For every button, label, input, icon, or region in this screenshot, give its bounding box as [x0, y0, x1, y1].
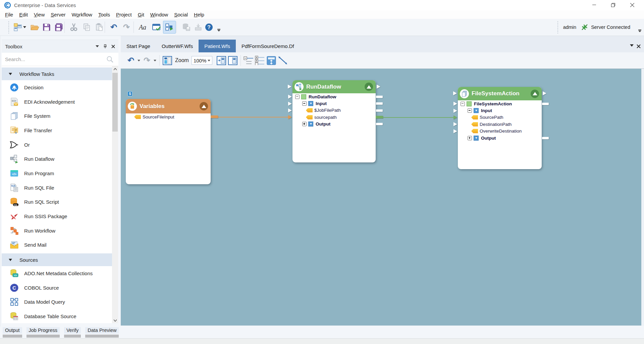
toolbox-item-or[interactable]: Or — [2, 138, 112, 152]
output-port[interactable] — [211, 115, 218, 118]
copy-icon[interactable] — [80, 21, 93, 34]
canvas-scrollbar[interactable] — [641, 69, 644, 326]
toolbox-item-run-program[interactable]: </>Run Program — [2, 166, 112, 181]
toolbox-section-sources[interactable]: Sources — [2, 253, 112, 266]
tree-expander-minus[interactable] — [461, 102, 465, 106]
input-port[interactable] — [288, 95, 292, 99]
bottom-tab-verify[interactable]: Verify — [64, 327, 81, 338]
menu-git[interactable]: Git — [135, 11, 147, 18]
node-collapse-button[interactable] — [531, 90, 539, 98]
expand-tree-icon[interactable] — [254, 55, 266, 66]
node-header[interactable]: FileSystemAction — [458, 87, 542, 100]
close-button[interactable] — [625, 0, 640, 10]
document-tab-outterwf-wfs[interactable]: OutterWF.Wfs — [156, 40, 199, 53]
menu-window[interactable]: Window — [147, 11, 171, 18]
cut-icon[interactable] — [67, 21, 80, 34]
toolbox-scrollbar[interactable] — [112, 66, 118, 323]
input-port[interactable] — [453, 122, 457, 126]
bottom-tab-data-preview[interactable]: Data Preview — [85, 327, 119, 338]
output-port[interactable] — [376, 109, 383, 112]
toolbox-section-workflow-tasks[interactable]: Workflow Tasks — [2, 67, 112, 80]
collapse-tree-icon[interactable] — [243, 55, 254, 66]
tree-expander-plus[interactable] — [302, 122, 307, 126]
toolbox-item-file-transfer[interactable]: File Transfer — [2, 123, 112, 138]
connection-line[interactable] — [383, 117, 453, 118]
expand-all-window-icon[interactable] — [216, 55, 227, 66]
canvas-undo-icon[interactable]: ↶ — [125, 55, 137, 66]
paste-icon[interactable] — [93, 21, 106, 34]
document-tab-patient-wfs[interactable]: Patient.Wfs — [199, 40, 236, 53]
tree-row[interactable]: Input — [468, 107, 492, 114]
tree-row[interactable]: SourceFileInput — [134, 113, 174, 120]
input-port[interactable] — [288, 102, 292, 106]
bottom-tab-output[interactable]: Output — [3, 327, 22, 338]
output-port[interactable] — [376, 102, 383, 105]
output-port[interactable] — [542, 103, 549, 105]
fit-window-icon[interactable] — [162, 55, 173, 66]
toolbox-item-file-system[interactable]: File System — [2, 109, 112, 123]
start-workflow-button[interactable] — [163, 21, 176, 34]
menu-file[interactable]: File — [2, 11, 16, 18]
format-font-button[interactable]: Aa — [136, 21, 149, 34]
output-port[interactable] — [376, 116, 383, 118]
menu-social[interactable]: Social — [171, 11, 191, 18]
output-port[interactable] — [376, 96, 383, 98]
save-all-icon[interactable] — [52, 21, 65, 34]
node-header[interactable]: Variables — [126, 99, 211, 113]
menu-edit[interactable]: Edit — [16, 11, 31, 18]
connection-line[interactable] — [218, 117, 288, 117]
output-port[interactable] — [376, 123, 383, 125]
toolbox-item-decision[interactable]: Decision — [2, 80, 112, 95]
tree-expander-plus[interactable] — [468, 136, 472, 140]
zoom-combo[interactable]: 100% — [192, 56, 212, 65]
toolbox-close-icon[interactable] — [111, 45, 115, 48]
input-port[interactable] — [453, 115, 457, 119]
tree-row[interactable]: DestinationPath — [471, 121, 512, 128]
toolbox-item-data-model-query[interactable]: Data Model Query — [2, 295, 112, 309]
tab-list-chevron-icon[interactable] — [630, 44, 634, 48]
toolbox-item-run-ssis-package[interactable]: Run SSIS Package — [2, 209, 112, 224]
collapse-all-window-icon[interactable] — [227, 55, 238, 66]
menu-server[interactable]: Server — [48, 11, 68, 18]
menu-view[interactable]: View — [31, 11, 48, 18]
db-save-icon[interactable] — [180, 21, 193, 34]
menu-tools[interactable]: Tools — [95, 11, 113, 18]
input-port[interactable] — [288, 108, 292, 112]
link-tool-icon[interactable] — [277, 55, 288, 66]
tree-row[interactable]: sourcepath — [306, 114, 337, 120]
tree-row[interactable]: SourcePath — [471, 114, 503, 121]
admin-user-label[interactable]: admin — [563, 24, 577, 30]
new-caret-icon[interactable] — [22, 21, 27, 34]
verify-window-icon[interactable] — [150, 21, 163, 34]
tree-row[interactable]: $JobFilePath — [306, 107, 341, 114]
save-icon[interactable] — [40, 21, 53, 34]
document-tab-start-page[interactable]: Start Page — [121, 40, 156, 53]
node-collapse-button[interactable] — [365, 83, 373, 91]
canvas-redo-icon[interactable]: ↷ — [141, 55, 153, 66]
redo-caret-icon[interactable] — [153, 55, 157, 66]
tree-expander-minus[interactable] — [468, 108, 472, 113]
toolbox-item-run-dataflow[interactable]: Run Dataflow — [2, 152, 112, 166]
tree-row[interactable]: OverwriteDestination — [471, 128, 522, 135]
redo-icon[interactable]: ↷ — [120, 21, 133, 34]
input-port[interactable] — [453, 109, 457, 113]
tree-row[interactable]: Output — [468, 135, 496, 141]
toolbox-item-cobol-source[interactable]: CCOBOL Source — [2, 281, 112, 295]
tree-row[interactable]: Input — [302, 100, 327, 107]
tree-row[interactable]: Output — [302, 121, 330, 128]
input-port[interactable] — [453, 129, 457, 133]
toolbar-overflow-icon[interactable] — [638, 30, 641, 32]
scrollbar-down-arrow[interactable] — [112, 317, 118, 323]
node-collapse-button[interactable] — [200, 102, 208, 110]
node-header[interactable]: RunDataflow — [292, 80, 376, 93]
menu-help[interactable]: Help — [191, 11, 207, 18]
scrollbar-thumb[interactable] — [112, 73, 118, 132]
maximize-button[interactable] — [605, 0, 621, 10]
output-port[interactable] — [542, 137, 549, 139]
tree-expander-minus[interactable] — [295, 95, 300, 99]
toolbox-pin-icon[interactable] — [103, 44, 107, 49]
open-folder-icon[interactable] — [28, 21, 41, 34]
toolbox-search[interactable]: Search... — [2, 53, 118, 66]
tab-close-icon[interactable] — [637, 44, 641, 48]
toolbox-item-ado-net-metadata-collections[interactable]: <>ADO.Net Metadata Collections — [2, 266, 112, 281]
